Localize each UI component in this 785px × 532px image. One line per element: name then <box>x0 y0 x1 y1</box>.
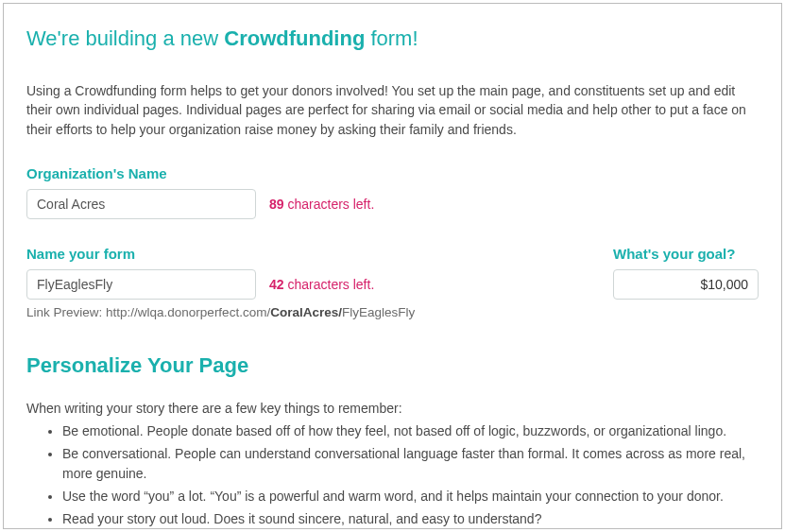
list-item: Be emotional. People donate based off of… <box>62 421 759 442</box>
link-preview-label: Link Preview: <box>26 305 106 319</box>
form-name-counter-num: 42 <box>269 277 284 292</box>
list-item: Read your story out loud. Does it sound … <box>62 509 759 529</box>
personalize-heading: Personalize Your Page <box>26 353 759 378</box>
intro-text: Using a Crowdfunding form helps to get y… <box>26 81 759 139</box>
form-builder-panel: We're building a new Crowdfunding form! … <box>3 3 782 529</box>
link-preview-base: http://wlqa.donorperfect.com/ <box>106 305 270 319</box>
org-name-input[interactable] <box>26 189 256 219</box>
page-title: We're building a new Crowdfunding form! <box>26 26 759 51</box>
tips-intro: When writing your story there are a few … <box>26 401 759 416</box>
org-name-counter-num: 89 <box>269 197 284 212</box>
link-preview: Link Preview: http://wlqa.donorperfect.c… <box>26 305 415 319</box>
tips-list: Be emotional. People donate based off of… <box>26 421 759 529</box>
title-post: form! <box>365 26 418 50</box>
form-name-counter: 42 characters left. <box>269 277 374 292</box>
title-pre: We're building a new <box>26 26 224 50</box>
title-bold: Crowdfunding <box>224 26 365 50</box>
form-name-section: Name your form 42 characters left. Link … <box>26 246 415 319</box>
form-name-input[interactable] <box>26 269 256 300</box>
org-name-label: Organization's Name <box>26 165 759 181</box>
list-item: Be conversational. People can understand… <box>62 444 759 485</box>
form-name-label: Name your form <box>26 246 415 262</box>
link-preview-form: FlyEaglesFly <box>342 305 415 319</box>
goal-input[interactable] <box>613 269 759 300</box>
org-name-counter-text: characters left. <box>284 197 375 212</box>
org-name-section: Organization's Name 89 characters left. <box>26 165 759 219</box>
list-item: Use the word “you” a lot. “You” is a pow… <box>62 487 759 507</box>
goal-label: What's your goal? <box>613 246 759 262</box>
goal-section: What's your goal? <box>613 246 759 300</box>
form-name-counter-text: characters left. <box>284 277 375 292</box>
link-preview-org: CoralAcres/ <box>270 305 342 319</box>
org-name-counter: 89 characters left. <box>269 197 374 212</box>
